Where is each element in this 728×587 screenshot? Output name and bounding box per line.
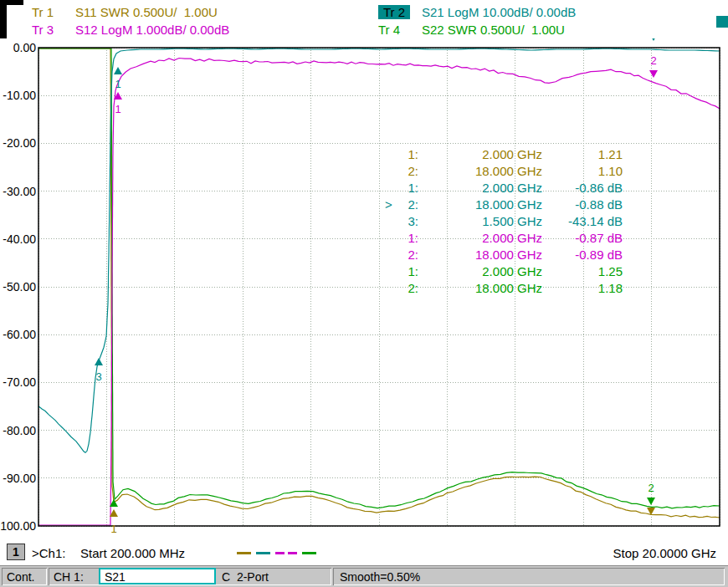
readout-marker-frequency: 2.000 GHz	[418, 181, 542, 197]
readout-marker-value: -0.89 dB	[542, 248, 623, 264]
readout-marker-number: 1:	[397, 264, 418, 281]
trace-params-4: S22 SWR 0.500U/ 1.00U	[422, 23, 565, 37]
trace-params-3: S12 LogM 1.000dB/ 0.00dB	[75, 23, 229, 37]
readout-marker-value: 1.21	[542, 147, 623, 164]
legend-dash-magenta	[288, 552, 297, 554]
readout-active-indicator	[385, 147, 397, 164]
readout-active-indicator	[385, 181, 397, 197]
readout-marker-frequency: 2.000 GHz	[418, 231, 542, 248]
readout-marker-value: 1.10	[542, 164, 623, 181]
sweep-mode[interactable]: Cont.	[7, 570, 34, 584]
readout-marker-frequency: 18.000 GHz	[418, 248, 542, 264]
y-axis-label: -20.00	[3, 136, 36, 150]
readout-marker-number: 2:	[397, 164, 418, 181]
marker-triangle-x-green[interactable]	[110, 499, 118, 507]
readout-active-indicator	[385, 281, 397, 298]
stop-frequency: Stop 20.0000 GHz	[613, 546, 716, 560]
marker-readout-row: >2:18.000 GHz-0.88 dB	[385, 197, 624, 214]
marker-readout-row: 1:2.000 GHz-0.86 dB	[385, 181, 624, 197]
parameter-field[interactable]: S21	[99, 568, 216, 584]
marker-triangle-3-teal[interactable]	[95, 358, 103, 365]
chart-area: 0.00-10.00-20.00-30.00-40.00-50.00-60.00…	[0, 0, 728, 587]
smoothing-status: Smooth=0.50%	[340, 570, 420, 584]
cal-status: C 2-Port	[222, 570, 269, 584]
readout-marker-frequency: 18.000 GHz	[418, 281, 542, 298]
readout-active-indicator	[385, 264, 397, 281]
marker-readout-row: 2:18.000 GHz1.18	[385, 281, 624, 298]
y-axis-label: -90.00	[3, 472, 36, 485]
readout-marker-number: 2:	[397, 248, 418, 264]
channel-number-box[interactable]: 1	[7, 544, 25, 560]
trace-params-1: S11 SWR 0.500U/ 1.00U	[75, 5, 218, 19]
start-frequency: Start 200.000 MHz	[80, 546, 185, 560]
corner-block-left	[0, 0, 7, 38]
marker-triangle-x-olive[interactable]	[647, 508, 655, 515]
channel-label: CH 1:	[54, 570, 84, 584]
trace-status-bar: Tr 1S11 SWR 0.500U/ 1.00UTr 2S21 LogM 10…	[0, 0, 728, 38]
vna-screen: 0.00-10.00-20.00-30.00-40.00-50.00-60.00…	[0, 0, 728, 587]
corner-block-top	[0, 0, 23, 5]
readout-marker-number: 2:	[397, 281, 418, 298]
legend-dash-green	[302, 552, 316, 554]
marker-readout-row: 2:18.000 GHz-0.89 dB	[385, 248, 624, 264]
readout-active-indicator	[385, 164, 397, 181]
legend-dash-olive	[237, 552, 251, 554]
channel-bar: 1 >Ch1: Start 200.000 MHz Stop 20.0000 G…	[0, 540, 728, 565]
marker-number-label: 2	[650, 55, 656, 66]
y-axis-label: 0.00	[13, 41, 36, 54]
readout-marker-frequency: 18.000 GHz	[418, 197, 542, 214]
legend-dash-magenta	[275, 552, 285, 554]
marker-triangle-1-olive[interactable]	[110, 509, 118, 517]
readout-marker-frequency: 1.500 GHz	[418, 214, 542, 231]
marker-readout-row: 1:2.000 GHz1.25	[385, 264, 624, 281]
readout-marker-number: 1:	[397, 231, 418, 248]
readout-marker-value: 1.25	[542, 264, 623, 281]
y-axis-label: -80.00	[3, 424, 36, 437]
trace-selector-3[interactable]: Tr 3	[32, 23, 54, 37]
marker-triangle-2-magenta[interactable]	[649, 70, 658, 78]
marker-number-label: 1	[115, 79, 120, 89]
marker-readout-row: 1:2.000 GHz-0.87 dB	[385, 231, 624, 248]
marker-number-label: 1	[115, 104, 120, 115]
marker-readout-row: 2:18.000 GHz1.10	[385, 164, 624, 181]
marker-number-label: 1	[110, 523, 116, 534]
readout-active-indicator	[385, 248, 397, 264]
trace-selector-1[interactable]: Tr 1	[32, 5, 54, 19]
readout-marker-frequency: 2.000 GHz	[418, 264, 542, 281]
readout-marker-value: 1.18	[542, 281, 623, 298]
readout-marker-number: 1:	[397, 147, 418, 164]
readout-marker-value: -0.86 dB	[542, 181, 623, 197]
readout-marker-frequency: 18.000 GHz	[418, 164, 542, 181]
readout-marker-frequency: 2.000 GHz	[418, 147, 542, 164]
marker-number-label: 3	[95, 371, 101, 382]
y-axis-label: -70.00	[3, 375, 36, 389]
marker-readout-row: 3:1.500 GHz-43.14 dB	[385, 214, 624, 231]
parameter-value: S21	[105, 570, 126, 584]
marker-triangle-1-teal[interactable]	[114, 67, 122, 74]
readout-active-indicator	[385, 214, 397, 231]
trace-selector-2[interactable]: Tr 2	[378, 5, 410, 19]
y-axis-label: -50.00	[3, 280, 36, 294]
readout-marker-number: 3:	[397, 214, 418, 231]
y-axis-label: -60.00	[3, 328, 36, 341]
readout-marker-number: 1:	[397, 181, 418, 197]
marker-triangle-2-green[interactable]	[647, 498, 655, 505]
readout-marker-value: -0.87 dB	[542, 231, 623, 248]
softkey-scroll-button[interactable]	[716, 16, 728, 28]
y-axis-label: -100.00	[0, 519, 36, 533]
y-axis-label: -40.00	[3, 232, 36, 246]
y-axis-label: -10.00	[3, 89, 36, 102]
marker-number-label: 2	[648, 482, 654, 493]
trace-selector-4[interactable]: Tr 4	[378, 23, 400, 37]
trace-params-2: S21 LogM 10.00dB/ 0.00dB	[422, 5, 576, 19]
readout-active-indicator	[385, 231, 397, 248]
marker-triangle-1-magenta[interactable]	[114, 92, 122, 100]
readout-active-indicator: >	[385, 197, 397, 214]
readout-marker-value: -0.88 dB	[542, 197, 623, 214]
readout-marker-number: 2:	[397, 197, 418, 214]
y-axis-label: -30.00	[3, 185, 36, 198]
readout-marker-value: -43.14 dB	[542, 214, 623, 231]
legend-dash-teal	[256, 552, 270, 554]
marker-readout-row: 1:2.000 GHz1.21	[385, 147, 624, 164]
status-bar: Cont. CH 1: S21 C 2-Port Smooth=0.50%	[0, 565, 728, 587]
